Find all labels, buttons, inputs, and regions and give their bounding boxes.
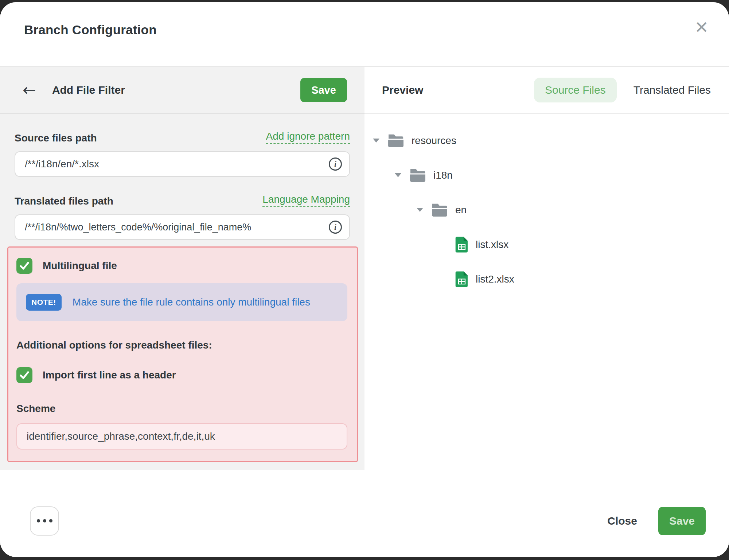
preview-panel: Preview Source Files Translated Files	[364, 67, 729, 470]
import-header-checkbox-row: Import first line as a header	[16, 367, 347, 383]
source-path-input[interactable]	[15, 151, 350, 177]
caret-down-icon[interactable]	[395, 173, 401, 177]
dot-icon	[43, 519, 46, 522]
folder-icon	[409, 168, 426, 183]
translated-path-input[interactable]	[15, 214, 350, 240]
tab-translated-files[interactable]: Translated Files	[632, 78, 712, 102]
scheme-input-wrap	[16, 423, 347, 450]
modal-footer: Close Save	[0, 470, 729, 556]
info-icon[interactable]: i	[329, 158, 342, 171]
spreadsheet-file-icon	[455, 271, 468, 288]
spreadsheet-file-icon	[455, 236, 468, 253]
close-icon[interactable]: ✕	[694, 19, 709, 36]
tree-row-folder[interactable]: en	[364, 192, 729, 227]
folder-icon	[387, 133, 404, 148]
source-path-label: Source files path	[15, 132, 97, 144]
preview-tabs: Source Files Translated Files	[534, 78, 712, 102]
import-header-checkbox-label: Import first line as a header	[43, 369, 176, 381]
multilingual-checkbox-label: Multilingual file	[43, 260, 117, 272]
tree-label: list2.xlsx	[476, 273, 514, 285]
tree-row-file[interactable]: list2.xlsx	[364, 262, 729, 296]
tree-label: i18n	[433, 170, 453, 181]
modal-header: Branch Configuration ✕	[0, 2, 729, 67]
more-options-button[interactable]	[30, 506, 59, 536]
tree-label: en	[455, 204, 467, 216]
dot-icon	[49, 519, 52, 522]
modal-content: ← Add File Filter Save Source files path…	[0, 67, 729, 470]
multilingual-checkbox[interactable]	[16, 258, 32, 274]
spreadsheet-options-heading: Additional options for spreadsheet files…	[16, 339, 347, 351]
translated-path-input-wrap: i	[15, 214, 350, 240]
scheme-label: Scheme	[16, 403, 347, 415]
scheme-input[interactable]	[16, 423, 347, 450]
check-icon	[20, 262, 29, 270]
caret-down-icon[interactable]	[417, 208, 423, 212]
back-arrow-icon[interactable]: ←	[23, 82, 36, 98]
source-path-input-wrap: i	[15, 151, 350, 177]
note-box: NOTE! Make sure the file rule contains o…	[16, 283, 347, 321]
save-button[interactable]: Save	[658, 507, 706, 535]
tab-source-files[interactable]: Source Files	[534, 78, 617, 102]
multilingual-highlight-section: Multilingual file NOTE! Make sure the fi…	[7, 246, 358, 462]
file-tree: resources i18n	[364, 114, 729, 296]
note-badge: NOTE!	[26, 294, 62, 311]
caret-down-icon[interactable]	[373, 139, 379, 143]
filter-panel-header: ← Add File Filter Save	[0, 67, 364, 114]
check-icon	[20, 371, 29, 379]
folder-icon	[431, 203, 448, 217]
footer-actions: Close Save	[607, 507, 706, 535]
preview-title: Preview	[382, 84, 423, 96]
modal-title: Branch Configuration	[24, 23, 157, 37]
add-ignore-pattern-link[interactable]: Add ignore pattern	[266, 131, 350, 144]
tree-row-folder[interactable]: i18n	[364, 158, 729, 192]
info-icon[interactable]: i	[329, 221, 342, 234]
filter-panel-title: Add File Filter	[52, 84, 125, 96]
translated-path-label: Translated files path	[15, 195, 113, 207]
tree-row-folder[interactable]: resources	[364, 123, 729, 158]
file-filter-panel: ← Add File Filter Save Source files path…	[0, 67, 364, 470]
language-mapping-link[interactable]: Language Mapping	[262, 194, 350, 207]
close-button[interactable]: Close	[607, 515, 637, 527]
import-header-checkbox[interactable]	[16, 367, 32, 383]
multilingual-checkbox-row: Multilingual file	[16, 258, 347, 274]
note-message: Make sure the file rule contains only mu…	[73, 296, 310, 308]
source-path-label-row: Source files path Add ignore pattern	[15, 131, 350, 144]
translated-path-label-row: Translated files path Language Mapping	[15, 194, 350, 207]
tree-label: list.xlsx	[476, 239, 508, 250]
branch-configuration-modal: Branch Configuration ✕ ← Add File Filter…	[0, 2, 729, 557]
tree-label: resources	[412, 135, 456, 147]
dot-icon	[37, 519, 40, 522]
tree-row-file[interactable]: list.xlsx	[364, 227, 729, 262]
filter-form: Source files path Add ignore pattern i T…	[0, 131, 364, 462]
filter-save-button[interactable]: Save	[300, 78, 347, 102]
preview-header: Preview Source Files Translated Files	[364, 67, 729, 114]
